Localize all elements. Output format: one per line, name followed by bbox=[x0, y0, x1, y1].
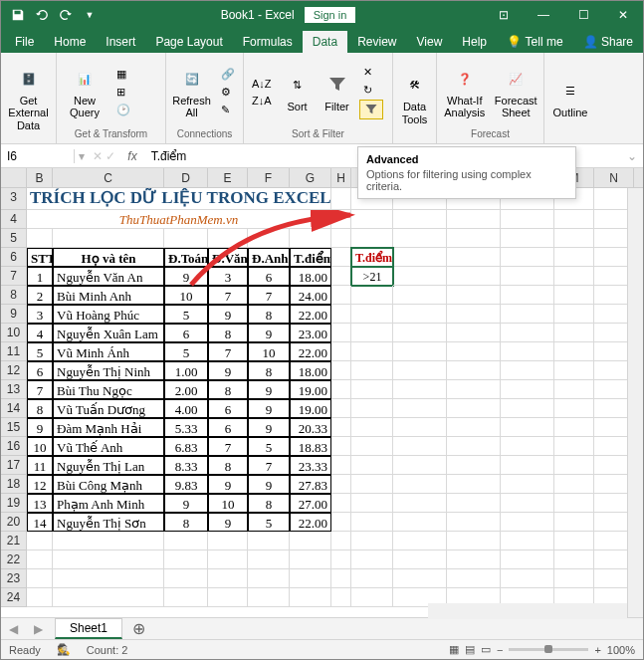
close-icon[interactable]: ✕ bbox=[603, 1, 643, 29]
cell[interactable]: Nguyễn Thị Lan bbox=[53, 456, 164, 475]
outline-button[interactable]: ☰Outline bbox=[548, 73, 592, 122]
cell[interactable] bbox=[351, 305, 393, 324]
cell[interactable] bbox=[393, 361, 447, 380]
cell[interactable]: 10 bbox=[27, 437, 53, 456]
cell[interactable] bbox=[27, 229, 53, 248]
cell[interactable] bbox=[331, 305, 351, 324]
row-header[interactable]: 3 bbox=[1, 188, 27, 210]
cell[interactable]: 18.00 bbox=[290, 361, 331, 380]
edit-links-button[interactable]: ✎ bbox=[217, 102, 239, 118]
add-sheet-button[interactable]: ⊕ bbox=[122, 619, 155, 638]
name-box[interactable]: I6 bbox=[1, 149, 75, 163]
cell[interactable] bbox=[554, 494, 594, 513]
signin-button[interactable]: Sign in bbox=[305, 7, 356, 23]
cell[interactable]: T.điểm bbox=[351, 248, 393, 267]
row-header[interactable]: 23 bbox=[1, 569, 27, 588]
cell[interactable] bbox=[331, 513, 351, 532]
cell[interactable] bbox=[501, 229, 554, 248]
cell[interactable] bbox=[290, 532, 331, 550]
cell[interactable]: 9 bbox=[164, 267, 208, 286]
column-header[interactable]: G bbox=[290, 168, 331, 187]
tab-tellme[interactable]: 💡 Tell me bbox=[497, 31, 572, 53]
row-header[interactable]: 6 bbox=[1, 248, 27, 267]
cell[interactable] bbox=[164, 588, 208, 607]
cell[interactable] bbox=[554, 361, 594, 380]
redo-icon[interactable] bbox=[55, 4, 77, 26]
cell[interactable] bbox=[248, 532, 290, 550]
cell[interactable]: 1.00 bbox=[164, 361, 208, 380]
new-query-button[interactable]: 📊New Query bbox=[61, 61, 108, 122]
cell[interactable]: T.điểm bbox=[290, 248, 331, 267]
cell[interactable] bbox=[331, 229, 351, 248]
cell[interactable]: 9 bbox=[248, 475, 290, 494]
cell[interactable] bbox=[393, 210, 447, 229]
cell[interactable] bbox=[208, 229, 248, 248]
recent-sources-button[interactable]: 🕑 bbox=[112, 102, 134, 118]
column-header[interactable]: E bbox=[208, 168, 248, 187]
cell[interactable] bbox=[393, 399, 447, 418]
cell[interactable] bbox=[447, 475, 501, 494]
select-all-corner[interactable] bbox=[1, 168, 27, 187]
cell[interactable] bbox=[501, 569, 554, 588]
cell[interactable] bbox=[393, 286, 447, 305]
cell[interactable] bbox=[53, 532, 164, 550]
reapply-button[interactable]: ↻ bbox=[359, 82, 383, 99]
cell[interactable] bbox=[208, 569, 248, 588]
view-normal-icon[interactable]: ▦ bbox=[449, 643, 459, 656]
cell[interactable]: 2.00 bbox=[164, 380, 208, 399]
show-queries-button[interactable]: ▦ bbox=[112, 66, 134, 83]
cell[interactable] bbox=[447, 418, 501, 437]
cell[interactable] bbox=[351, 229, 393, 248]
column-header[interactable]: C bbox=[53, 168, 164, 187]
cell[interactable]: 7 bbox=[248, 456, 290, 475]
row-header[interactable]: 24 bbox=[1, 588, 27, 607]
cell[interactable] bbox=[501, 380, 554, 399]
row-header[interactable]: 14 bbox=[1, 399, 27, 418]
cell[interactable] bbox=[554, 324, 594, 342]
cell[interactable] bbox=[393, 380, 447, 399]
cell[interactable]: 6 bbox=[27, 361, 53, 380]
cell[interactable] bbox=[501, 210, 554, 229]
view-pagebreak-icon[interactable]: ▭ bbox=[481, 643, 491, 656]
cell[interactable] bbox=[351, 324, 393, 342]
cell[interactable] bbox=[53, 588, 164, 607]
cell[interactable] bbox=[331, 569, 351, 588]
column-header[interactable]: D bbox=[164, 168, 208, 187]
cell[interactable] bbox=[331, 188, 351, 210]
row-header[interactable]: 22 bbox=[1, 550, 27, 569]
cell[interactable] bbox=[447, 267, 501, 286]
sheet-nav-next-icon[interactable]: ▶ bbox=[26, 622, 51, 636]
cell[interactable]: Vũ Hoàng Phúc bbox=[53, 305, 164, 324]
cell[interactable] bbox=[331, 494, 351, 513]
cell[interactable] bbox=[501, 286, 554, 305]
cell[interactable]: 20.33 bbox=[290, 418, 331, 437]
cell[interactable] bbox=[393, 437, 447, 456]
column-header[interactable]: B bbox=[27, 168, 53, 187]
namebox-dropdown-icon[interactable]: ▾ bbox=[75, 149, 89, 163]
cell[interactable]: 3 bbox=[27, 305, 53, 324]
cell[interactable] bbox=[331, 550, 351, 569]
cell[interactable]: 8 bbox=[248, 361, 290, 380]
cell[interactable] bbox=[351, 532, 393, 550]
filter-button[interactable]: Filter bbox=[320, 67, 355, 116]
save-icon[interactable] bbox=[7, 4, 29, 26]
cell[interactable] bbox=[351, 550, 393, 569]
cell[interactable] bbox=[393, 475, 447, 494]
cell[interactable]: 10 bbox=[248, 342, 290, 361]
row-header[interactable]: 10 bbox=[1, 324, 27, 342]
cell[interactable] bbox=[447, 532, 501, 550]
column-header[interactable]: F bbox=[248, 168, 290, 187]
cell[interactable]: 23.00 bbox=[290, 324, 331, 342]
cell[interactable]: Họ và tên bbox=[53, 248, 164, 267]
cell[interactable]: Nguyễn Thị Ninh bbox=[53, 361, 164, 380]
cell[interactable] bbox=[393, 418, 447, 437]
row-header[interactable]: 8 bbox=[1, 286, 27, 305]
cell[interactable]: 12 bbox=[27, 475, 53, 494]
cell[interactable] bbox=[393, 513, 447, 532]
cell[interactable] bbox=[393, 342, 447, 361]
cell[interactable]: 19.00 bbox=[290, 380, 331, 399]
cell[interactable]: 6 bbox=[164, 324, 208, 342]
row-header[interactable]: 9 bbox=[1, 305, 27, 324]
cell[interactable]: 5 bbox=[164, 305, 208, 324]
cell[interactable] bbox=[501, 342, 554, 361]
